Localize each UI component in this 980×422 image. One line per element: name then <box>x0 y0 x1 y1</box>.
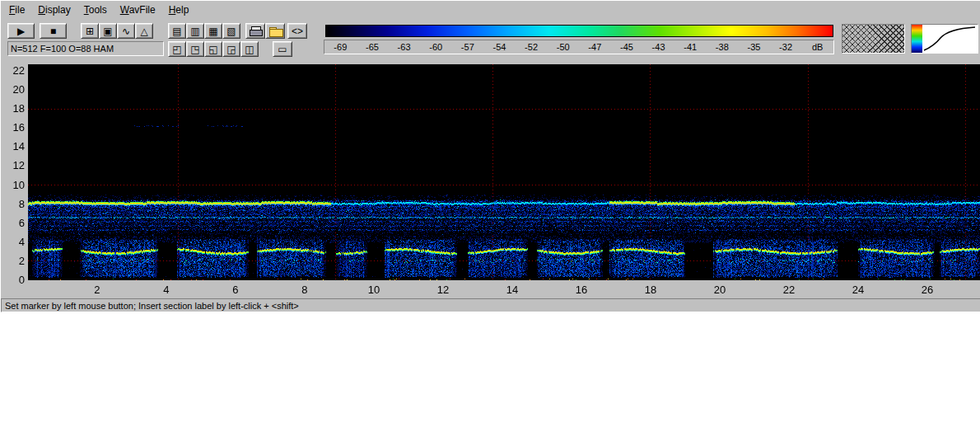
waveform-button[interactable]: ∿ <box>117 23 135 39</box>
view-mode-2-button[interactable]: ▥ <box>186 23 204 39</box>
db-tick-label: -45 <box>611 42 643 52</box>
palette-curve-box[interactable] <box>911 24 978 54</box>
transfer-curve-icon <box>922 25 978 53</box>
spectrogram-canvas[interactable] <box>28 64 980 280</box>
grid-layout-icon-5: ◫ <box>245 45 254 54</box>
db-unit-label: dB <box>801 42 833 52</box>
grid-1-button[interactable]: ◰ <box>168 41 186 57</box>
view-mode-4-button[interactable]: ▧ <box>222 23 240 39</box>
grid-3-button[interactable]: ◱ <box>204 41 222 57</box>
db-tick-label: -38 <box>707 42 739 52</box>
db-tick-label: -65 <box>357 42 389 52</box>
db-scale-labels: -69-65-63-60-57-54-52-50-47-45-43-41-38-… <box>324 40 834 54</box>
play-icon: ▶ <box>17 26 25 36</box>
cascade-windows-icon: ⊞ <box>86 26 94 36</box>
save-button[interactable]: ▣ <box>99 23 117 39</box>
save-disk-icon: ▣ <box>103 26 112 36</box>
view-mode-icon-1: ▤ <box>172 26 181 36</box>
palette-strip <box>912 25 922 53</box>
db-tick-label: -57 <box>452 42 484 52</box>
db-tick-label: -69 <box>324 42 357 52</box>
stop-icon: ■ <box>50 26 56 36</box>
angle-brackets-icon: <> <box>292 26 303 36</box>
open-file-button[interactable] <box>265 23 285 39</box>
triangle-icon: △ <box>140 26 147 36</box>
db-color-gradient <box>325 25 833 37</box>
section-label-icon: ▭ <box>278 45 287 54</box>
view-mode-icon-4: ▧ <box>226 26 236 36</box>
spectrogram-app-window: FileDisplayToolsWavFileHelp ▶■⊞▣∿△▤▥▦▧<>… <box>0 0 980 312</box>
db-tick-label: -54 <box>483 42 516 52</box>
view-mode-1-button[interactable]: ▤ <box>168 23 186 39</box>
grid-layout-icon-1: ◰ <box>172 45 181 54</box>
grid-layout-icon-4: ◲ <box>226 45 236 54</box>
db-tick-label: -41 <box>674 42 707 52</box>
cascade-button[interactable]: ⊞ <box>81 23 99 39</box>
print-button[interactable] <box>245 23 265 39</box>
view-mode-3-button[interactable]: ▦ <box>204 23 222 39</box>
open-folder-icon <box>269 27 282 35</box>
grid-5-button[interactable]: ◫ <box>240 41 259 57</box>
sections-button[interactable]: ▭ <box>273 41 292 57</box>
db-tick-label: -63 <box>388 42 420 52</box>
grid-4-button[interactable]: ◲ <box>222 41 240 57</box>
db-tick-label: -52 <box>516 42 548 52</box>
play-button[interactable]: ▶ <box>7 23 35 39</box>
pattern-swatch-box[interactable] <box>842 24 905 54</box>
marker-button[interactable]: △ <box>135 23 153 39</box>
printer-icon <box>250 27 261 35</box>
db-tick-label: -47 <box>579 42 611 52</box>
view-mode-icon-3: ▦ <box>208 26 217 36</box>
grid-2-button[interactable]: ◳ <box>186 41 204 57</box>
grid-layout-icon-2: ◳ <box>190 45 199 54</box>
grid-layout-icon-3: ◱ <box>208 45 217 54</box>
db-tick-label: -35 <box>738 42 770 52</box>
db-tick-label: -32 <box>770 42 802 52</box>
fft-settings-box: N=512 F=100 O=88 HAM <box>7 41 164 56</box>
view-mode-icon-2: ▥ <box>190 26 199 36</box>
db-tick-label: -43 <box>642 42 674 52</box>
waveform-icon: ∿ <box>122 26 130 36</box>
db-tick-label: -60 <box>420 42 452 52</box>
status-bar: Set marker by left mouse button; Insert … <box>1 298 980 312</box>
stop-button[interactable]: ■ <box>40 23 67 39</box>
brackets-button[interactable]: <> <box>287 23 307 39</box>
db-tick-label: -50 <box>547 42 579 52</box>
